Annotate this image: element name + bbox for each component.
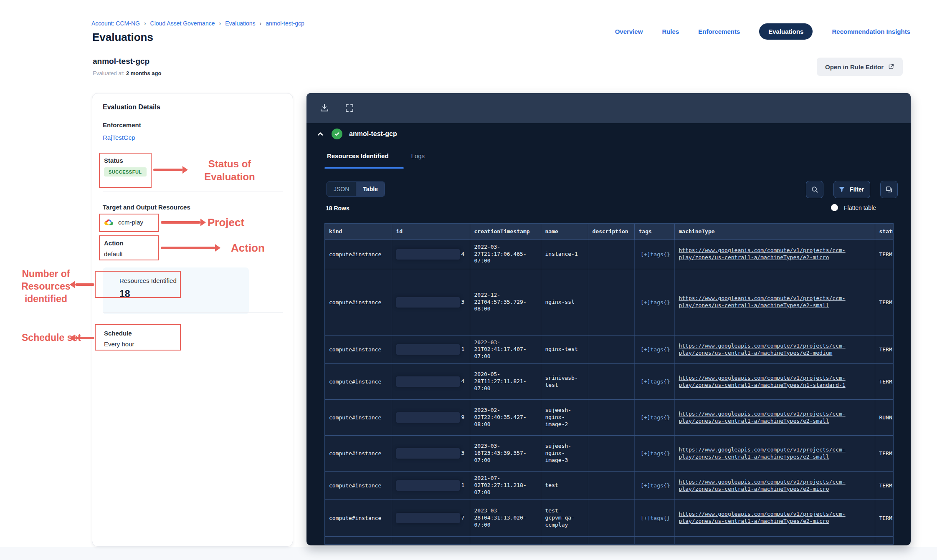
fullscreen-icon (344, 103, 355, 113)
column-header-creationTimestamp[interactable]: creationTimestamp (470, 224, 541, 240)
breadcrumb-item-current[interactable]: anmol-test-gcp (266, 20, 304, 27)
evaluated-at-value: 2 months ago (126, 70, 162, 76)
tags-expander[interactable]: [+]tags{} (641, 450, 670, 457)
filter-button[interactable]: Filter (833, 181, 870, 198)
redacted-id (396, 480, 460, 491)
machine-type-link[interactable]: https://www.googleapis.com/compute/v1/pr… (679, 343, 846, 356)
annotation-resources: Number of Resources identified (17, 268, 75, 305)
nav-rules[interactable]: Rules (662, 28, 679, 35)
machine-type-link[interactable]: https://www.googleapis.com/compute/v1/pr… (679, 411, 846, 424)
cell-ts: 2022-03- 27T21:17:06.465- 07:00 (470, 240, 541, 269)
cell-machine: https://www.googleapis.com/compute/v1/pr… (674, 472, 875, 500)
cell-tags: [+]tags{} (634, 436, 674, 472)
cell-status: TERMINATED (875, 269, 894, 335)
filter-icon (838, 186, 846, 193)
cell-name: nginx-test (541, 335, 588, 364)
cell-ts: 2023-02- 02T22:40:35.427- 08:00 (470, 400, 541, 436)
cell-ts: 2022-04- (470, 536, 541, 545)
annotation-action: Action (231, 241, 265, 255)
column-header-machineType[interactable]: machineType (674, 224, 875, 240)
tags-expander[interactable]: [+]tags{} (641, 346, 670, 353)
machine-type-link[interactable]: https://www.googleapis.com/compute/v1/pr… (679, 375, 846, 388)
tags-expander[interactable]: [+]tags{} (641, 299, 670, 305)
cell-name: srinivasb- test (541, 364, 588, 400)
project-name: ccm-play (118, 219, 143, 226)
open-in-rule-editor-button[interactable]: Open in Rule Editor (817, 58, 903, 76)
machine-type-link[interactable]: https://www.googleapis.com/compute/v1/pr… (679, 446, 846, 460)
machine-type-link[interactable]: https://www.googleapis.com/compute/v1/pr… (679, 247, 846, 260)
table-row: 2022-04-https://www.googleapis.com/compu… (325, 536, 894, 545)
collapse-chevron[interactable] (316, 129, 325, 139)
machine-type-link[interactable]: https://www.googleapis.com/compute/v1/pr… (679, 479, 846, 492)
download-button[interactable] (318, 102, 331, 114)
cell-id (392, 536, 470, 545)
resources-table: kindidcreationTimestampnamedescriptionta… (325, 224, 894, 545)
cell-ts: 2023-03- 28T04:31:13.020- 07:00 (470, 499, 541, 536)
resources-table-wrapper[interactable]: kindidcreationTimestampnamedescriptionta… (324, 223, 894, 545)
cell-kind: compute#instance (325, 269, 392, 335)
row-count: 18 Rows (326, 205, 349, 212)
machine-type-link[interactable]: https://www.googleapis.com/compute/v1/pr… (679, 295, 846, 308)
nav-enforcements[interactable]: Enforcements (698, 28, 740, 35)
annotation-project: Project (208, 216, 244, 230)
nav-recommendation-insights[interactable]: Recommendation Insights (832, 28, 910, 35)
cell-kind: compute#instance (325, 240, 392, 269)
table-row: compute#instance12021-07- 02T02:27:11.21… (325, 472, 894, 500)
column-header-description[interactable]: description (588, 224, 634, 240)
cell-status: TERMINATED (875, 335, 894, 364)
machine-type-link[interactable]: https://www.googleapis.com/compute/v1/pr… (679, 511, 846, 524)
cell-status: TERMINATED (875, 436, 894, 472)
tags-expander[interactable]: [+]tags{} (641, 414, 670, 421)
status-badge: SUCCESSFUL (104, 167, 147, 177)
cell-desc (588, 436, 634, 472)
cell-id: 9 (392, 400, 470, 436)
tags-expander[interactable]: [+]tags{} (641, 482, 670, 489)
table-row: compute#instance42020-05- 28T11:27:11.82… (325, 364, 894, 400)
redacted-id (396, 249, 460, 260)
view-toggle-json[interactable]: JSON (327, 182, 356, 196)
enforcement-link[interactable]: RajTestGcp (103, 134, 135, 141)
nav-evaluations-active[interactable]: Evaluations (759, 23, 813, 40)
schedule-label: Schedule (104, 330, 132, 337)
flatten-control: Flatten table (831, 204, 876, 211)
tags-expander[interactable]: [+]tags{} (641, 515, 670, 521)
flatten-toggle[interactable] (831, 204, 838, 211)
cell-kind: compute#instance (325, 335, 392, 364)
redacted-id (396, 513, 460, 523)
cell-kind: compute#instance (325, 364, 392, 400)
action-value: default (104, 250, 123, 257)
cell-machine: https://www.googleapis.com/compute/v1/pr… (674, 269, 875, 335)
result-title: anmol-test-gcp (349, 130, 397, 138)
table-tools: Filter (806, 181, 898, 198)
cell-status: TERMINATED (875, 240, 894, 269)
tab-resources-identified[interactable]: Resources Identified (327, 152, 389, 166)
cell-id: 3 (392, 436, 470, 472)
annotation-status: Status of Evaluation (190, 157, 269, 183)
evaluated-at: Evaluated at:2 months ago (93, 70, 161, 76)
cell-id: 4 (392, 240, 470, 269)
breadcrumb-item-account[interactable]: Account: CCM-NG (91, 20, 140, 27)
column-header-id[interactable]: id (392, 224, 470, 240)
column-header-tags[interactable]: tags (634, 224, 674, 240)
table-row: compute#instance42022-03- 27T21:17:06.46… (325, 240, 894, 269)
resources-identified-box: Resources Identified 18 (103, 267, 249, 314)
annotation-arrow-resources (75, 283, 94, 286)
table-row: compute#instance92023-02- 02T22:40:35.42… (325, 400, 894, 436)
tags-expander[interactable]: [+]tags{} (641, 378, 670, 385)
column-header-name[interactable]: name (541, 224, 588, 240)
search-button[interactable] (806, 181, 823, 198)
evaluated-at-label: Evaluated at: (93, 70, 124, 76)
tab-logs[interactable]: Logs (411, 152, 425, 166)
copy-button[interactable] (880, 181, 898, 198)
card-divider (103, 192, 283, 192)
tags-expander[interactable]: [+]tags{} (641, 251, 670, 257)
column-header-status[interactable]: status (875, 224, 894, 240)
nav-overview[interactable]: Overview (615, 28, 643, 35)
fullscreen-button[interactable] (343, 102, 356, 114)
breadcrumb-item-evaluations[interactable]: Evaluations (225, 20, 255, 27)
column-header-kind[interactable]: kind (325, 224, 392, 240)
view-toggle-table[interactable]: Table (356, 182, 385, 196)
table-row: compute#instance72023-03- 28T04:31:13.02… (325, 499, 894, 536)
breadcrumb-separator: › (260, 20, 262, 27)
breadcrumb-item-governance[interactable]: Cloud Asset Governance (150, 20, 215, 27)
